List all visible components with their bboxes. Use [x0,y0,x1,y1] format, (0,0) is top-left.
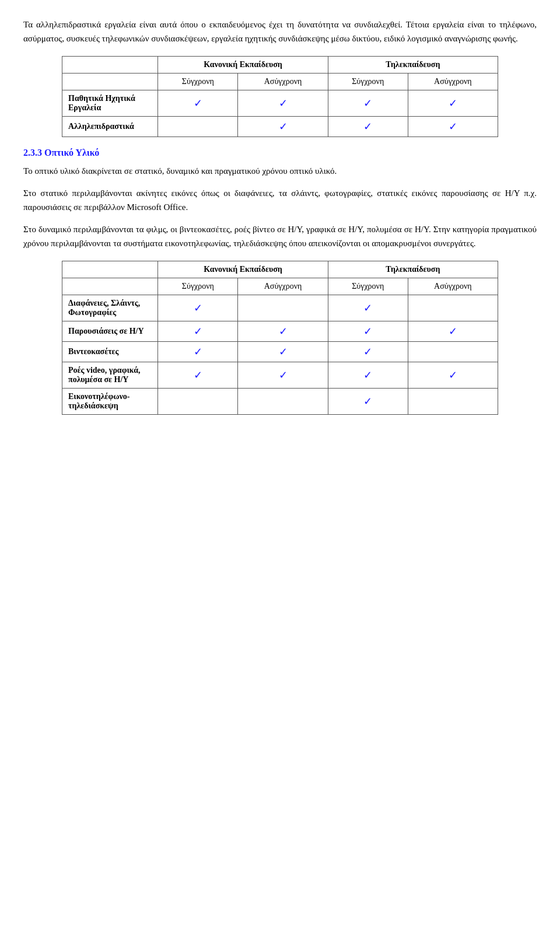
table1-empty-header [62,57,158,74]
checkmark-icon: ✓ [363,121,372,132]
table2-cell-2-0: ✓ [158,342,238,362]
table2-row-label-1: Παρουσιάσεις σε Η/Υ [62,321,158,342]
table2-cell-4-0 [158,389,238,415]
table2-cell-1-1: ✓ [238,321,328,342]
table1-cell-0-2: ✓ [328,90,408,117]
table1-sub4: Ασύγχρονη [408,74,498,90]
checkmark-icon: ✓ [194,369,202,381]
table2-cell-2-2: ✓ [328,342,408,362]
checkmark-icon: ✓ [279,326,288,337]
checkmark-icon: ✓ [363,97,372,109]
checkmark-icon: ✓ [363,396,372,407]
table1-sub2: Ασύγχρονη [238,74,328,90]
checkmark-icon: ✓ [194,326,202,337]
checkmark-icon: ✓ [194,302,202,314]
checkmark-icon: ✓ [449,121,457,132]
checkmark-icon: ✓ [449,326,457,337]
table1-row-label-0: Παθητικά Ηχητικά Εργαλεία [62,90,158,117]
table1-cell-1-3: ✓ [408,117,498,137]
checkmark-icon: ✓ [194,97,202,109]
checkmark-icon: ✓ [279,369,288,381]
section-heading-233: 2.3.3 Οπτικό Υλικό [23,148,537,158]
table2-cell-1-3: ✓ [408,321,498,342]
table2-cell-2-1: ✓ [238,342,328,362]
table2-sub3: Σύγχρονη [328,278,408,295]
table2-sub1: Σύγχρονη [158,278,238,295]
table2-cell-0-1 [238,295,328,321]
table2-sub2: Ασύγχρονη [238,278,328,295]
table1-cell-0-3: ✓ [408,90,498,117]
table2-header-tele: Τηλεκπαίδευση [328,261,498,278]
paragraph-3: Στο στατικό περιλαμβάνονται ακίνητες εικ… [23,186,537,214]
checkmark-icon: ✓ [449,97,457,109]
table1-cell-1-2: ✓ [328,117,408,137]
checkmark-icon: ✓ [449,369,457,381]
table1-cell-1-0 [158,117,238,137]
table2-header-kanon: Κανονική Εκπαίδευση [158,261,328,278]
table2-cell-0-0: ✓ [158,295,238,321]
checkmark-icon: ✓ [279,346,288,358]
table2-row-label-3: Ροές video, γραφικά, πολυμέσα σε Η/Υ [62,362,158,389]
table2-cell-3-0: ✓ [158,362,238,389]
table2-cell-4-1 [238,389,328,415]
checkmark-icon: ✓ [363,302,372,314]
checkmark-icon: ✓ [279,121,288,132]
checkmark-icon: ✓ [363,346,372,358]
table2-cell-3-2: ✓ [328,362,408,389]
table2-cell-4-2: ✓ [328,389,408,415]
table2-empty-header [62,261,158,278]
checkmark-icon: ✓ [363,369,372,381]
table1-subempty [62,74,158,90]
table1-cell-0-0: ✓ [158,90,238,117]
table2: Κανονική Εκπαίδευση Τηλεκπαίδευση Σύγχρο… [62,261,498,415]
table2-row-label-4: Εικονοτηλέφωνο-τηλεδιάσκεψη [62,389,158,415]
table2-cell-0-2: ✓ [328,295,408,321]
table1-wrapper: Κανονική Εκπαίδευση Τηλεκπαίδευση Σύγχρο… [62,56,498,137]
table1-header-kanon: Κανονική Εκπαίδευση [158,57,328,74]
checkmark-icon: ✓ [194,346,202,358]
paragraph-1: Τα αλληλεπιδραστικά εργαλεία είναι αυτά … [23,18,537,46]
checkmark-icon: ✓ [279,97,288,109]
table2-cell-1-0: ✓ [158,321,238,342]
table2-subempty [62,278,158,295]
table2-sub4: Ασύγχρονη [408,278,498,295]
table2-cell-0-3 [408,295,498,321]
table2-cell-3-1: ✓ [238,362,328,389]
table2-cell-3-3: ✓ [408,362,498,389]
table2-cell-4-3 [408,389,498,415]
table1-row-label-1: Αλληλεπιδραστικά [62,117,158,137]
table2-row-label-2: Βιντεοκασέτες [62,342,158,362]
table2-cell-1-2: ✓ [328,321,408,342]
table1-cell-0-1: ✓ [238,90,328,117]
table2-row-label-0: Διαφάνειες, Σλάιντς, Φωτογραφίες [62,295,158,321]
table2-wrapper: Κανονική Εκπαίδευση Τηλεκπαίδευση Σύγχρο… [62,261,498,415]
table1-sub3: Σύγχρονη [328,74,408,90]
checkmark-icon: ✓ [363,326,372,337]
table1-sub1: Σύγχρονη [158,74,238,90]
table1-cell-1-1: ✓ [238,117,328,137]
table1: Κανονική Εκπαίδευση Τηλεκπαίδευση Σύγχρο… [62,56,498,137]
paragraph-2: Το οπτικό υλικό διακρίνεται σε στατικό, … [23,164,537,178]
table1-header-tele: Τηλεκπαίδευση [328,57,498,74]
table2-cell-2-3 [408,342,498,362]
paragraph-4: Στο δυναμικό περιλαμβάνονται τα φιλμς, ο… [23,222,537,250]
